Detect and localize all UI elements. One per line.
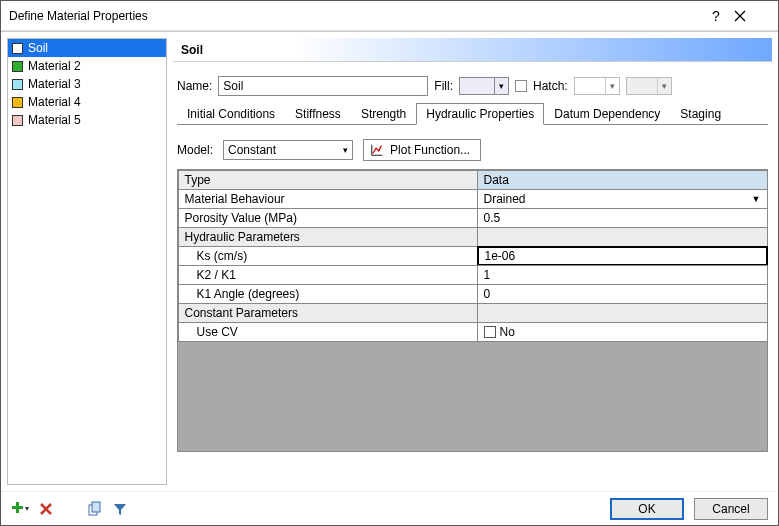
close-icon bbox=[734, 10, 746, 22]
tab-stiffness[interactable]: Stiffness bbox=[285, 103, 351, 125]
material-header: Soil bbox=[173, 38, 772, 62]
plot-icon bbox=[370, 143, 384, 157]
row-value-dropdown[interactable]: Drained ▼ bbox=[477, 189, 768, 209]
bottom-toolbar: OK Cancel bbox=[1, 491, 778, 525]
copy-material-button[interactable] bbox=[87, 501, 103, 517]
material-item[interactable]: Material 3 bbox=[8, 75, 166, 93]
model-select[interactable]: Constant ▾ bbox=[223, 140, 353, 160]
table-section: Constant Parameters bbox=[178, 303, 767, 322]
section-blank bbox=[477, 303, 768, 323]
plot-function-label: Plot Function... bbox=[390, 143, 470, 157]
parameter-grid: Type Data Material Behaviour Drained ▼ P… bbox=[177, 169, 768, 342]
material-swatch-icon bbox=[12, 43, 23, 54]
svg-marker-4 bbox=[25, 507, 29, 511]
hatch-pattern-combo[interactable]: ▾ bbox=[574, 77, 620, 95]
content-area: Soil Material 2 Material 3 Material 4 Ma… bbox=[1, 31, 778, 491]
row-label[interactable]: K1 Angle (degrees) bbox=[178, 284, 478, 304]
section-label: Constant Parameters bbox=[178, 303, 478, 323]
model-label: Model: bbox=[177, 143, 213, 157]
close-button[interactable] bbox=[734, 10, 770, 22]
material-item-label: Material 4 bbox=[28, 95, 81, 109]
fill-label: Fill: bbox=[434, 79, 453, 93]
ok-button[interactable]: OK bbox=[610, 498, 684, 520]
row-value-active[interactable]: 1e-06 bbox=[477, 246, 768, 266]
material-item-label: Soil bbox=[28, 41, 48, 55]
tab-hydraulic-properties[interactable]: Hydraulic Properties bbox=[416, 103, 544, 125]
table-row: K2 / K1 1 bbox=[178, 265, 767, 284]
chevron-down-icon: ▾ bbox=[343, 145, 348, 155]
svg-rect-8 bbox=[92, 502, 100, 512]
svg-rect-3 bbox=[12, 506, 23, 509]
row-label[interactable]: Ks (cm/s) bbox=[178, 246, 478, 266]
row-value[interactable]: 1 bbox=[477, 265, 768, 285]
table-section: Hydraulic Parameters bbox=[178, 227, 767, 246]
material-swatch-icon bbox=[12, 79, 23, 90]
tab-initial-conditions[interactable]: Initial Conditions bbox=[177, 103, 285, 125]
chevron-down-icon: ▼ bbox=[752, 194, 761, 204]
material-item-label: Material 2 bbox=[28, 59, 81, 73]
model-select-value: Constant bbox=[228, 143, 276, 157]
tabs: Initial Conditions Stiffness Strength Hy… bbox=[177, 102, 768, 125]
plot-function-button[interactable]: Plot Function... bbox=[363, 139, 481, 161]
material-swatch-icon bbox=[12, 115, 23, 126]
filter-button[interactable] bbox=[113, 502, 127, 516]
hatch-label: Hatch: bbox=[533, 79, 568, 93]
plus-icon bbox=[11, 501, 29, 517]
filter-icon bbox=[113, 502, 127, 516]
tab-strength[interactable]: Strength bbox=[351, 103, 416, 125]
titlebar: Define Material Properties ? bbox=[1, 1, 778, 31]
material-item[interactable]: Material 4 bbox=[8, 93, 166, 111]
table-row: K1 Angle (degrees) 0 bbox=[178, 284, 767, 303]
chevron-down-icon: ▾ bbox=[494, 78, 508, 94]
delete-icon bbox=[39, 502, 53, 516]
grid-header-type[interactable]: Type bbox=[178, 170, 478, 190]
copy-icon bbox=[87, 501, 103, 517]
section-label: Hydraulic Parameters bbox=[178, 227, 478, 247]
name-row: Name: Fill: ▾ Hatch: ▾ ▾ bbox=[177, 76, 768, 96]
model-row: Model: Constant ▾ Plot Function... bbox=[177, 139, 768, 161]
material-item[interactable]: Soil bbox=[8, 39, 166, 57]
row-value[interactable]: 0.5 bbox=[477, 208, 768, 228]
main-panel: Soil Name: Fill: ▾ Hatch: ▾ ▾ Initial Co… bbox=[173, 38, 772, 485]
row-value-checkbox[interactable]: No bbox=[477, 322, 768, 342]
grid-header-data[interactable]: Data bbox=[477, 170, 768, 190]
chevron-down-icon: ▾ bbox=[657, 78, 671, 94]
tab-staging[interactable]: Staging bbox=[670, 103, 731, 125]
material-item-label: Material 3 bbox=[28, 77, 81, 91]
material-item[interactable]: Material 5 bbox=[8, 111, 166, 129]
material-item[interactable]: Material 2 bbox=[8, 57, 166, 75]
material-item-label: Material 5 bbox=[28, 113, 81, 127]
material-list[interactable]: Soil Material 2 Material 3 Material 4 Ma… bbox=[7, 38, 167, 485]
row-label[interactable]: Use CV bbox=[178, 322, 478, 342]
name-input[interactable] bbox=[218, 76, 428, 96]
cancel-button[interactable]: Cancel bbox=[694, 498, 768, 520]
table-row: Material Behaviour Drained ▼ bbox=[178, 189, 767, 208]
tab-datum-dependency[interactable]: Datum Dependency bbox=[544, 103, 670, 125]
table-row: Porosity Value (MPa) 0.5 bbox=[178, 208, 767, 227]
hatch-checkbox[interactable] bbox=[515, 80, 527, 92]
window-title: Define Material Properties bbox=[9, 9, 698, 23]
row-value[interactable]: 0 bbox=[477, 284, 768, 304]
section-blank bbox=[477, 227, 768, 247]
svg-marker-9 bbox=[114, 504, 126, 515]
name-label: Name: bbox=[177, 79, 212, 93]
grid-empty-area bbox=[177, 342, 768, 452]
chevron-down-icon: ▾ bbox=[605, 78, 619, 94]
hatch-color-combo[interactable]: ▾ bbox=[626, 77, 672, 95]
table-row: Ks (cm/s) 1e-06 bbox=[178, 246, 767, 265]
help-button[interactable]: ? bbox=[698, 8, 734, 24]
material-swatch-icon bbox=[12, 97, 23, 108]
checkbox-icon bbox=[484, 326, 496, 338]
material-swatch-icon bbox=[12, 61, 23, 72]
row-label[interactable]: Material Behaviour bbox=[178, 189, 478, 209]
table-row: Use CV No bbox=[178, 322, 767, 341]
fill-color-picker[interactable]: ▾ bbox=[459, 77, 509, 95]
add-material-button[interactable] bbox=[11, 501, 29, 517]
row-label[interactable]: Porosity Value (MPa) bbox=[178, 208, 478, 228]
row-label[interactable]: K2 / K1 bbox=[178, 265, 478, 285]
delete-material-button[interactable] bbox=[39, 502, 53, 516]
